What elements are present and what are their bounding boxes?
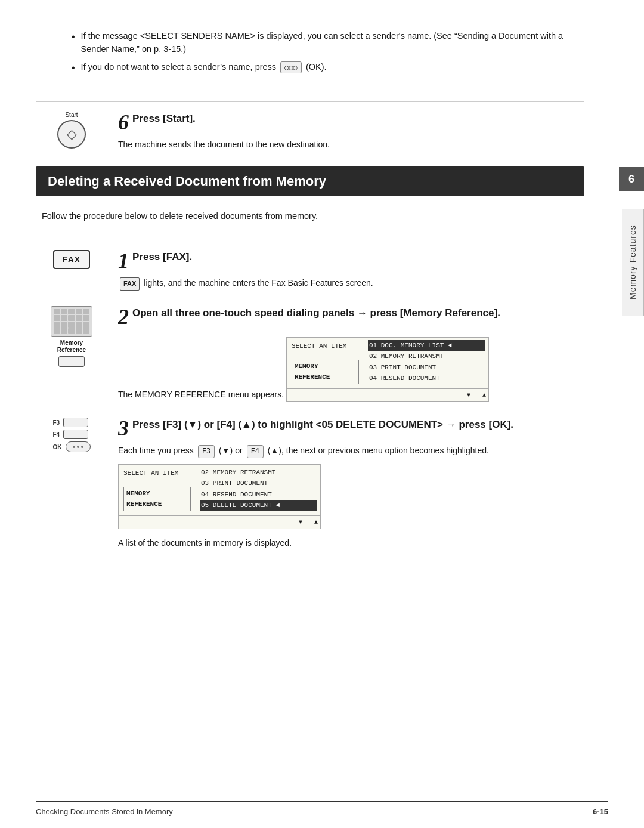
lcd-label-1: MEMORY REFERENCE — [292, 360, 359, 384]
lcd-left-1: SELECT AN ITEM MEMORY REFERENCE — [287, 338, 364, 388]
lcd-row-top-2: SELECT AN ITEM MEMORY REFERENCE 02 MEMOR… — [119, 465, 320, 516]
lcd-item-2-2: 04 RESEND DOCUMENT — [200, 489, 317, 500]
step-3-number: 3 — [118, 418, 129, 439]
f3-btn: F3 — [53, 418, 91, 427]
start-label: Start — [65, 112, 78, 118]
ok-dots — [73, 446, 83, 448]
step-2-icon-col: Memory Reference — [36, 306, 107, 367]
divider-mid — [36, 240, 584, 240]
step-6-body: The machine sends the document to the ne… — [118, 138, 584, 151]
fax-indicator: FAX — [120, 277, 140, 291]
lcd-item-1-2: 03 PRINT DOCUMENT — [368, 362, 485, 373]
step-3-title: 3 Press [F3] (▼) or [F4] (▲) to highligh… — [118, 418, 584, 439]
memory-reference-icon: Memory Reference — [57, 339, 86, 367]
start-circle: ◇ — [57, 120, 86, 149]
f4-key — [63, 430, 88, 439]
ok-key-inline: ○○○ — [280, 61, 302, 73]
f4-key-inline: F4 — [247, 445, 264, 458]
lcd-title-2: SELECT AN ITEM — [123, 468, 191, 479]
footer-right: 6-15 — [593, 807, 608, 816]
step-1-row: FAX 1 Press [FAX]. FAX lights, and the m… — [36, 250, 584, 291]
lcd-left-2: SELECT AN ITEM MEMORY REFERENCE — [119, 465, 196, 515]
memory-ref-button — [58, 356, 85, 367]
bullet-text-1: If the message <SELECT SENDERS NAME> is … — [81, 30, 584, 56]
lcd-row-top-1: SELECT AN ITEM MEMORY REFERENCE 01 DOC. … — [287, 338, 488, 389]
f4-btn: F4 — [53, 430, 91, 439]
bullet-text-2: If you do not want to select a sender’s … — [81, 61, 327, 74]
fax-button-icon: FAX — [53, 250, 90, 269]
lcd-item-2-3: 05 DELETE DOCUMENT ◄ — [200, 500, 317, 511]
memory-ref-label: Memory Reference — [57, 339, 86, 354]
step-6-number: 6 — [118, 112, 129, 133]
panel-icon — [51, 306, 92, 337]
step-2-number: 2 — [118, 306, 129, 328]
ok-btn: OK — [53, 441, 91, 452]
section-intro: Follow the procedure below to delete rec… — [36, 209, 584, 223]
lcd-item-1-1: 02 MEMORY RETRANSMT — [368, 351, 485, 362]
step-3-content: 3 Press [F3] (▼) or [F4] (▲) to highligh… — [118, 418, 584, 549]
step-2-row: Memory Reference 2 Open all three one-to… — [36, 306, 584, 403]
lcd-arrows-2: ▼ ▲ — [119, 515, 320, 529]
bullet-dot-1: • — [72, 30, 75, 44]
lcd-arrow-down-1: ▼ — [467, 391, 470, 400]
page-footer: Checking Documents Stored in Memory 6-15 — [36, 801, 608, 816]
lcd-right-1: 01 DOC. MEMORY LIST ◄ 02 MEMORY RETRANSM… — [364, 338, 488, 388]
ok-label: OK — [53, 444, 62, 450]
step-6-row: Start ◇ 6 Press [Start]. The machine sen… — [36, 112, 584, 151]
lcd-arrow-up-1: ▲ — [482, 391, 486, 400]
step-3-end-text: A list of the documents in memory is dis… — [118, 536, 584, 549]
lcd-arrow-up-2: ▲ — [314, 518, 318, 527]
step-3-icon-col: F3 F4 OK — [36, 418, 107, 452]
section-banner: Deleting a Received Document from Memory — [36, 166, 584, 196]
step-6-icon-col: Start ◇ — [36, 112, 107, 149]
divider-top — [36, 101, 584, 102]
bullet-item-2: • If you do not want to select a sender’… — [72, 61, 584, 75]
bullet-item-1: • If the message <SELECT SENDERS NAME> i… — [72, 30, 584, 56]
step-1-body: FAX lights, and the machine enters the F… — [118, 276, 584, 291]
page-content: • If the message <SELECT SENDERS NAME> i… — [0, 0, 644, 601]
lcd-screen-2: SELECT AN ITEM MEMORY REFERENCE 02 MEMOR… — [118, 464, 321, 530]
step-1-number: 1 — [118, 250, 129, 271]
f3-key-inline: F3 — [198, 445, 215, 458]
step-2-content: 2 Open all three one-touch speed dialing… — [118, 306, 584, 403]
bullet-dot-2: • — [72, 61, 75, 75]
func-buttons: F3 F4 OK — [53, 418, 91, 452]
chapter-number-tab: 6 — [619, 167, 644, 191]
step-3-row: F3 F4 OK — [36, 418, 584, 549]
lcd-arrow-down-2: ▼ — [299, 518, 302, 527]
lcd-item-1-3: 04 RESEND DOCUMENT — [368, 373, 485, 384]
lcd-label-2: MEMORY REFERENCE — [123, 487, 191, 511]
step-3-body: Each time you press F3 (▼) or F4 (▲), th… — [118, 444, 584, 549]
step-1-title: 1 Press [FAX]. — [118, 250, 584, 271]
footer-left: Checking Documents Stored in Memory — [36, 807, 173, 816]
chapter-label-tab: Memory Features — [622, 209, 644, 316]
lcd-screen-1: SELECT AN ITEM MEMORY REFERENCE 01 DOC. … — [286, 337, 489, 403]
f3-key — [63, 418, 88, 427]
step-1-icon-col: FAX — [36, 250, 107, 269]
step-6-content: 6 Press [Start]. The machine sends the d… — [118, 112, 584, 151]
lcd-title-1: SELECT AN ITEM — [292, 341, 359, 352]
step-2-title: 2 Open all three one-touch speed dialing… — [118, 306, 584, 328]
f3-label: F3 — [53, 419, 60, 426]
step-6-title: 6 Press [Start]. — [118, 112, 584, 133]
f4-label: F4 — [53, 431, 60, 438]
lcd-item-1-0: 01 DOC. MEMORY LIST ◄ — [368, 340, 485, 351]
step-2-body: The MEMORY REFERENCE menu appears. SELEC… — [118, 332, 584, 403]
step-1-content: 1 Press [FAX]. FAX lights, and the machi… — [118, 250, 584, 291]
start-icon: Start ◇ — [57, 112, 86, 149]
lcd-item-2-0: 02 MEMORY RETRANSMT — [200, 467, 317, 478]
ok-key — [66, 441, 91, 452]
lcd-arrows-1: ▼ ▲ — [287, 388, 488, 401]
bullet-section: • If the message <SELECT SENDERS NAME> i… — [36, 18, 584, 92]
lcd-right-2: 02 MEMORY RETRANSMT 03 PRINT DOCUMENT 04… — [196, 465, 320, 515]
lcd-item-2-1: 03 PRINT DOCUMENT — [200, 478, 317, 489]
